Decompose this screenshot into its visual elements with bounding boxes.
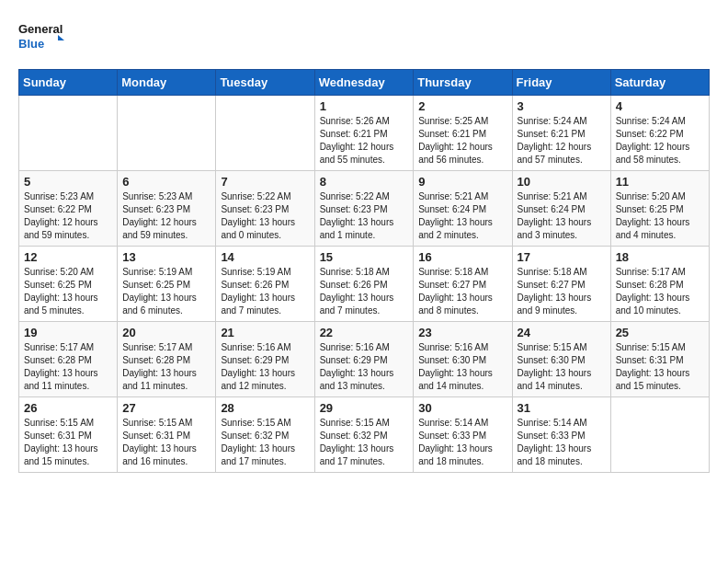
day-number: 9 [418,175,506,189]
calendar-cell: 12Sunrise: 5:20 AM Sunset: 6:25 PM Dayli… [19,247,118,322]
day-info: Sunrise: 5:17 AM Sunset: 6:28 PM Dayligh… [122,341,210,393]
day-info: Sunrise: 5:16 AM Sunset: 6:29 PM Dayligh… [221,341,309,393]
calendar-cell [216,96,314,171]
weekday-header-friday: Friday [512,70,610,96]
day-number: 13 [122,250,210,264]
calendar-cell: 17Sunrise: 5:18 AM Sunset: 6:27 PM Dayli… [512,247,610,322]
day-info: Sunrise: 5:15 AM Sunset: 6:30 PM Dayligh… [518,341,606,393]
day-number: 7 [221,175,309,189]
weekday-header-tuesday: Tuesday [216,70,314,96]
day-info: Sunrise: 5:25 AM Sunset: 6:21 PM Dayligh… [418,115,506,167]
day-info: Sunrise: 5:22 AM Sunset: 6:23 PM Dayligh… [221,190,309,242]
calendar-cell: 15Sunrise: 5:18 AM Sunset: 6:26 PM Dayli… [314,247,414,322]
calendar-cell: 2Sunrise: 5:25 AM Sunset: 6:21 PM Daylig… [414,96,512,171]
day-number: 3 [518,99,606,113]
calendar-cell: 16Sunrise: 5:18 AM Sunset: 6:27 PM Dayli… [414,247,512,322]
day-number: 20 [122,326,210,339]
day-info: Sunrise: 5:15 AM Sunset: 6:31 PM Dayligh… [24,417,112,468]
calendar-cell: 13Sunrise: 5:19 AM Sunset: 6:25 PM Dayli… [118,247,216,322]
calendar-cell: 9Sunrise: 5:21 AM Sunset: 6:24 PM Daylig… [414,171,512,247]
calendar-cell: 10Sunrise: 5:21 AM Sunset: 6:24 PM Dayli… [512,171,610,247]
day-number: 11 [616,175,704,189]
day-info: Sunrise: 5:23 AM Sunset: 6:23 PM Dayligh… [122,190,210,242]
day-number: 6 [122,175,210,189]
calendar-cell: 21Sunrise: 5:16 AM Sunset: 6:29 PM Dayli… [216,322,314,397]
calendar-cell [118,96,216,171]
svg-text:General: General [18,22,63,36]
calendar-cell: 11Sunrise: 5:20 AM Sunset: 6:25 PM Dayli… [610,171,709,247]
day-number: 17 [518,250,606,264]
day-number: 14 [221,250,309,264]
day-info: Sunrise: 5:18 AM Sunset: 6:26 PM Dayligh… [320,266,409,317]
page-header: General Blue [18,18,710,55]
calendar-week-3: 12Sunrise: 5:20 AM Sunset: 6:25 PM Dayli… [19,247,710,322]
day-number: 1 [320,99,409,113]
weekday-header-sunday: Sunday [19,70,118,96]
calendar-cell: 19Sunrise: 5:17 AM Sunset: 6:28 PM Dayli… [19,322,118,397]
calendar-cell: 8Sunrise: 5:22 AM Sunset: 6:23 PM Daylig… [314,171,414,247]
calendar-table: SundayMondayTuesdayWednesdayThursdayFrid… [18,69,710,473]
day-info: Sunrise: 5:15 AM Sunset: 6:32 PM Dayligh… [320,417,409,468]
calendar-cell: 1Sunrise: 5:26 AM Sunset: 6:21 PM Daylig… [314,96,414,171]
calendar-week-2: 5Sunrise: 5:23 AM Sunset: 6:22 PM Daylig… [19,171,710,247]
calendar-cell [19,96,118,171]
calendar-cell: 27Sunrise: 5:15 AM Sunset: 6:31 PM Dayli… [118,397,216,473]
calendar-cell: 29Sunrise: 5:15 AM Sunset: 6:32 PM Dayli… [314,397,414,473]
calendar-cell: 18Sunrise: 5:17 AM Sunset: 6:28 PM Dayli… [610,247,709,322]
weekday-header-monday: Monday [118,70,216,96]
day-info: Sunrise: 5:19 AM Sunset: 6:25 PM Dayligh… [122,266,210,317]
weekday-header-row: SundayMondayTuesdayWednesdayThursdayFrid… [19,70,710,96]
logo-svg: General Blue [18,18,64,55]
day-number: 10 [518,175,606,189]
day-info: Sunrise: 5:17 AM Sunset: 6:28 PM Dayligh… [616,266,704,317]
calendar-cell: 30Sunrise: 5:14 AM Sunset: 6:33 PM Dayli… [414,397,512,473]
day-number: 8 [320,175,409,189]
day-info: Sunrise: 5:26 AM Sunset: 6:21 PM Dayligh… [320,115,409,167]
day-number: 23 [418,326,506,339]
day-number: 21 [221,326,309,339]
calendar-cell: 25Sunrise: 5:15 AM Sunset: 6:31 PM Dayli… [610,322,709,397]
svg-text:Blue: Blue [18,37,44,51]
day-info: Sunrise: 5:24 AM Sunset: 6:21 PM Dayligh… [518,115,606,167]
calendar-cell: 23Sunrise: 5:16 AM Sunset: 6:30 PM Dayli… [414,322,512,397]
calendar-cell: 22Sunrise: 5:16 AM Sunset: 6:29 PM Dayli… [314,322,414,397]
day-number: 12 [24,250,112,264]
weekday-header-wednesday: Wednesday [314,70,414,96]
day-info: Sunrise: 5:20 AM Sunset: 6:25 PM Dayligh… [24,266,112,317]
day-info: Sunrise: 5:18 AM Sunset: 6:27 PM Dayligh… [518,266,606,317]
day-info: Sunrise: 5:16 AM Sunset: 6:30 PM Dayligh… [418,341,506,393]
day-number: 2 [418,99,506,113]
calendar-cell: 5Sunrise: 5:23 AM Sunset: 6:22 PM Daylig… [19,171,118,247]
day-number: 5 [24,175,112,189]
weekday-header-saturday: Saturday [610,70,709,96]
day-info: Sunrise: 5:19 AM Sunset: 6:26 PM Dayligh… [221,266,309,317]
day-number: 25 [616,326,704,339]
day-info: Sunrise: 5:14 AM Sunset: 6:33 PM Dayligh… [518,417,606,468]
day-number: 29 [320,401,409,415]
day-info: Sunrise: 5:21 AM Sunset: 6:24 PM Dayligh… [418,190,506,242]
day-info: Sunrise: 5:23 AM Sunset: 6:22 PM Dayligh… [24,190,112,242]
day-info: Sunrise: 5:15 AM Sunset: 6:32 PM Dayligh… [221,417,309,468]
day-number: 24 [518,326,606,339]
day-info: Sunrise: 5:18 AM Sunset: 6:27 PM Dayligh… [418,266,506,317]
calendar-cell: 26Sunrise: 5:15 AM Sunset: 6:31 PM Dayli… [19,397,118,473]
day-info: Sunrise: 5:17 AM Sunset: 6:28 PM Dayligh… [24,341,112,393]
logo: General Blue [18,18,64,55]
calendar-cell: 24Sunrise: 5:15 AM Sunset: 6:30 PM Dayli… [512,322,610,397]
day-info: Sunrise: 5:14 AM Sunset: 6:33 PM Dayligh… [418,417,506,468]
calendar-cell: 7Sunrise: 5:22 AM Sunset: 6:23 PM Daylig… [216,171,314,247]
calendar-cell: 3Sunrise: 5:24 AM Sunset: 6:21 PM Daylig… [512,96,610,171]
day-number: 4 [616,99,704,113]
calendar-cell: 28Sunrise: 5:15 AM Sunset: 6:32 PM Dayli… [216,397,314,473]
calendar-week-4: 19Sunrise: 5:17 AM Sunset: 6:28 PM Dayli… [19,322,710,397]
day-info: Sunrise: 5:20 AM Sunset: 6:25 PM Dayligh… [616,190,704,242]
day-number: 18 [616,250,704,264]
weekday-header-thursday: Thursday [414,70,512,96]
day-number: 31 [518,401,606,415]
day-number: 22 [320,326,409,339]
day-number: 19 [24,326,112,339]
calendar-cell: 6Sunrise: 5:23 AM Sunset: 6:23 PM Daylig… [118,171,216,247]
day-number: 27 [122,401,210,415]
day-number: 16 [418,250,506,264]
calendar-cell: 14Sunrise: 5:19 AM Sunset: 6:26 PM Dayli… [216,247,314,322]
